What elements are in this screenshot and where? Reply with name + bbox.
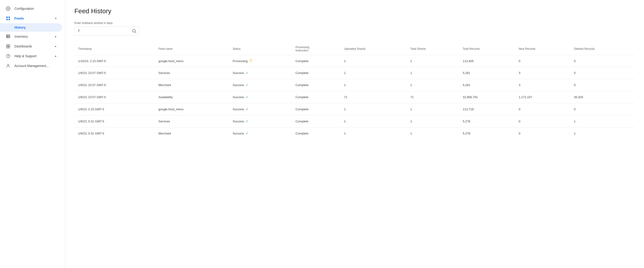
col-feed-name: Feed name — [155, 43, 229, 55]
table-row: 1/10/23, 2:15 GMT-5 google.food_menu Pro… — [74, 55, 635, 67]
search-icon — [132, 29, 136, 33]
status-success: Success ✓ — [233, 119, 288, 124]
cell-uploaded-shards: 1 — [340, 103, 407, 115]
cell-total-records: 113,718 — [459, 103, 515, 115]
svg-rect-2 — [8, 17, 10, 18]
cell-processing-instruction: Complete — [292, 115, 340, 127]
cell-status: Success ✓ — [229, 79, 292, 91]
status-success: Success ✓ — [233, 107, 288, 111]
status-label: Success — [233, 71, 244, 75]
cell-feed-name: Services — [155, 67, 229, 79]
cell-new-records: 0 — [515, 55, 570, 67]
feeds-chevron-icon: ▾ — [55, 17, 56, 20]
col-deleted-records: Deleted Records — [570, 43, 635, 55]
dashboard-icon — [6, 44, 11, 49]
svg-rect-14 — [8, 47, 10, 48]
cell-deleted-records: 1 — [570, 115, 635, 127]
svg-rect-11 — [6, 45, 8, 46]
cell-feed-name: google.food_menu — [155, 55, 229, 67]
cell-deleted-records: 0 — [570, 79, 635, 91]
col-uploaded-shards: Uploaded Shards — [340, 43, 407, 55]
table-row: 1/9/23, 23:57 GMT-5 Availability Success… — [74, 91, 635, 103]
sidebar-sub-item-history[interactable]: History — [0, 23, 62, 32]
cell-total-shards: 1 — [407, 55, 459, 67]
cell-processing-instruction: Complete — [292, 127, 340, 140]
account-icon — [6, 63, 11, 68]
table-row: 1/9/23, 0:31 GMT-5 Services Success ✓ Co… — [74, 115, 635, 127]
cell-timestamp: 1/9/23, 2:15 GMT-5 — [74, 103, 155, 115]
cell-new-records: 0 — [515, 115, 570, 127]
lookback-input[interactable] — [75, 27, 129, 35]
cell-deleted-records: 1 — [570, 127, 635, 140]
sidebar-item-dashboards-label: Dashboards — [14, 45, 32, 48]
check-icon: ✓ — [246, 83, 248, 87]
col-timestamp: Timestamp — [74, 43, 155, 55]
cell-uploaded-shards: 1 — [340, 115, 407, 127]
svg-point-17 — [8, 64, 9, 66]
sidebar-item-dashboards[interactable]: Dashboards ▸ — [0, 41, 62, 51]
search-button[interactable] — [129, 27, 139, 35]
cell-uploaded-shards: 1 — [340, 67, 407, 79]
cell-new-records: 3 — [515, 67, 570, 79]
cell-total-shards: 1 — [407, 127, 459, 140]
search-box — [74, 27, 140, 35]
table-row: 1/9/23, 23:57 GMT-5 Merchant Success ✓ C… — [74, 79, 635, 91]
status-label: Success — [233, 83, 244, 87]
search-section: Enter lookback window in days — [74, 22, 635, 35]
cell-status: Success ✓ — [229, 115, 292, 127]
sidebar-sub-item-history-label: History — [14, 26, 26, 29]
sidebar-item-feeds-label: Feeds — [14, 17, 24, 20]
sidebar: Configuration Feeds ▾ History — [0, 0, 65, 268]
svg-rect-3 — [6, 19, 8, 20]
status-label: Success — [233, 95, 244, 99]
cell-status: Processing ⏱ — [229, 55, 292, 67]
cell-status: Success ✓ — [229, 91, 292, 103]
sidebar-item-feeds[interactable]: Feeds ▾ — [0, 14, 62, 23]
col-total-records: Total Records — [459, 43, 515, 55]
cell-uploaded-shards: 1 — [340, 79, 407, 91]
cell-processing-instruction: Complete — [292, 55, 340, 67]
check-icon: ✓ — [246, 107, 248, 111]
help-icon — [6, 54, 11, 59]
status-label: Processing — [233, 59, 248, 63]
cell-total-records: 5,278 — [459, 127, 515, 140]
table-row: 1/9/23, 0:31 GMT-5 Merchant Success ✓ Co… — [74, 127, 635, 140]
cell-timestamp: 1/9/23, 23:57 GMT-5 — [74, 79, 155, 91]
cell-timestamp: 1/9/23, 23:57 GMT-5 — [74, 67, 155, 79]
cell-status: Success ✓ — [229, 127, 292, 140]
svg-rect-6 — [6, 36, 10, 37]
cell-total-records: 5,281 — [459, 79, 515, 91]
status-success: Success ✓ — [233, 71, 288, 75]
col-processing-instruction: ProcessingInstruction — [292, 43, 340, 55]
cell-deleted-records: 35,925 — [570, 91, 635, 103]
svg-point-0 — [8, 8, 9, 9]
page-title: Feed History — [74, 8, 635, 15]
table-header: Timestamp Feed name Status ProcessingIns… — [74, 43, 635, 55]
sidebar-item-configuration[interactable]: Configuration — [0, 4, 62, 14]
check-icon: ✓ — [246, 119, 248, 124]
cell-new-records: 3 — [515, 79, 570, 91]
cell-new-records: 0 — [515, 127, 570, 140]
table-body: 1/10/23, 2:15 GMT-5 google.food_menu Pro… — [74, 55, 635, 140]
col-status: Status — [229, 43, 292, 55]
sidebar-item-help-support[interactable]: Help & Support ▸ — [0, 51, 62, 61]
cell-deleted-records: 0 — [570, 55, 635, 67]
check-icon: ✓ — [246, 131, 248, 136]
sidebar-item-account-management[interactable]: Account Management... — [0, 61, 62, 71]
status-label: Success — [233, 108, 244, 111]
svg-rect-13 — [6, 47, 8, 48]
svg-rect-1 — [6, 17, 8, 18]
cell-total-records: 5,278 — [459, 115, 515, 127]
cell-feed-name: Services — [155, 115, 229, 127]
cell-total-records: 32,966,791 — [459, 91, 515, 103]
status-label: Success — [233, 132, 244, 135]
cell-total-records: 5,281 — [459, 67, 515, 79]
cell-feed-name: Merchant — [155, 127, 229, 140]
cell-total-shards: 1 — [407, 67, 459, 79]
sidebar-item-inventory[interactable]: Inventory ▸ — [0, 32, 62, 41]
cell-processing-instruction: Complete — [292, 91, 340, 103]
cell-new-records: 1,172,197 — [515, 91, 570, 103]
table-row: 1/9/23, 23:57 GMT-5 Services Success ✓ C… — [74, 67, 635, 79]
svg-rect-12 — [8, 45, 10, 46]
grid-icon — [6, 16, 11, 21]
